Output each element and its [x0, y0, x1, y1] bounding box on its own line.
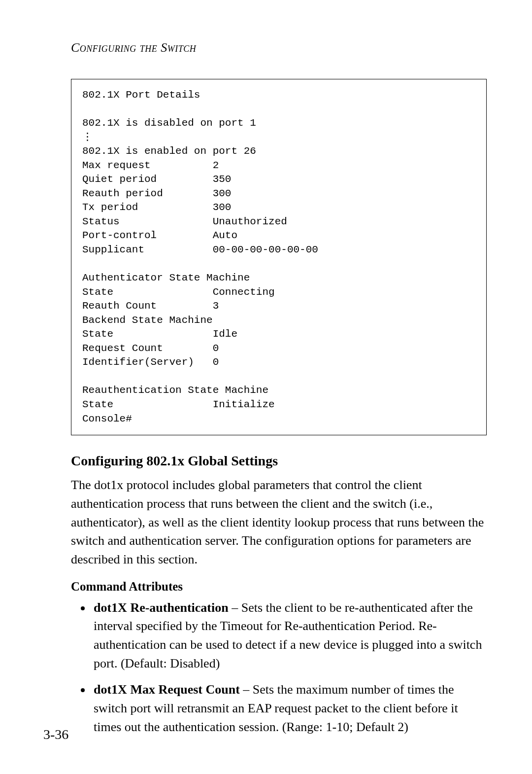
command-attributes-heading: Command Attributes [71, 580, 487, 594]
list-item: dot1X Max Request Count – Sets the maxim… [92, 680, 487, 736]
running-header: Configuring the Switch [71, 40, 487, 55]
command-attributes-list: dot1X Re-authentication – Sets the clien… [71, 598, 487, 737]
console-row: Max request 2 [82, 160, 219, 171]
console-enabled-line: 802.1X is enabled on port 26 [82, 145, 256, 157]
console-row: State Connecting [82, 286, 275, 298]
console-reauth-header: Reauthentication State Machine [82, 385, 268, 396]
console-title: 802.1X Port Details [82, 89, 200, 101]
console-row: Supplicant 00-00-00-00-00-00 [82, 244, 318, 255]
console-disabled-line: 802.1X is disabled on port 1 [82, 117, 256, 129]
bullet-term: dot1X Re-authentication [94, 600, 229, 615]
ellipsis-icon: ⋮ [82, 132, 93, 142]
console-row: Tx period 300 [82, 202, 231, 213]
page-container: Configuring the Switch 802.1X Port Detai… [0, 0, 532, 774]
console-row: State Initialize [82, 399, 275, 410]
section-title: Configuring 802.1x Global Settings [71, 453, 487, 469]
console-row: Reauth Count 3 [82, 300, 219, 312]
console-row: Identifier(Server) 0 [82, 356, 219, 368]
console-backend-header: Backend State Machine [82, 315, 213, 326]
list-item: dot1X Re-authentication – Sets the clien… [92, 598, 487, 673]
console-row: Quiet period 350 [82, 174, 231, 185]
console-auth-header: Authenticator State Machine [82, 272, 250, 283]
page-number: 3-36 [43, 727, 68, 742]
console-row: Request Count 0 [82, 343, 219, 354]
console-row: Reauth period 300 [82, 188, 231, 199]
console-row: State Idle [82, 328, 237, 340]
bullet-term: dot1X Max Request Count [94, 682, 240, 697]
section-body-paragraph: The dot1x protocol includes global param… [71, 476, 487, 568]
console-prompt: Console# [82, 413, 132, 424]
console-row: Status Unauthorized [82, 216, 287, 227]
console-output-box: 802.1X Port Details 802.1X is disabled o… [71, 79, 487, 435]
console-row: Port-control Auto [82, 230, 237, 241]
